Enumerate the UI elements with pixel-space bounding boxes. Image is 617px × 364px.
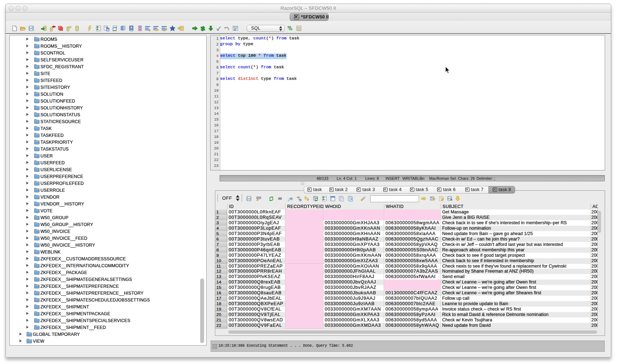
svg-text:66: 66	[278, 196, 282, 200]
svg-text:66: 66	[288, 25, 291, 29]
